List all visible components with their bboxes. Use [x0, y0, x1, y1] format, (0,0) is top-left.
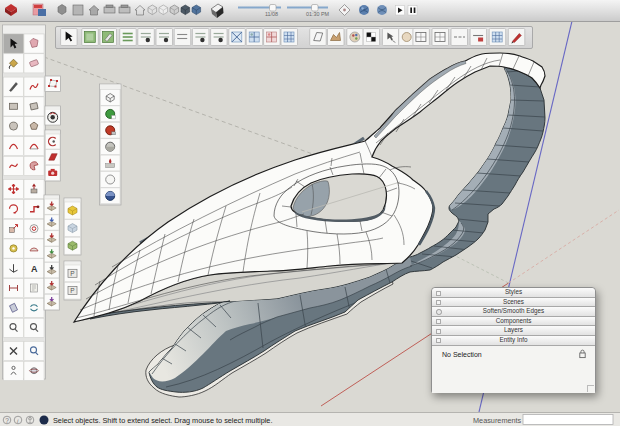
svg-text:i: i	[17, 418, 19, 424]
svg-text:P: P	[70, 287, 74, 294]
svg-text:A: A	[31, 264, 38, 274]
svg-text:P: P	[70, 270, 74, 277]
svg-text:Select objects. Shift to exten: Select objects. Shift to extend select. …	[53, 416, 272, 425]
svg-text:Measurements: Measurements	[473, 416, 522, 425]
svg-text:?: ?	[5, 417, 9, 424]
svg-text:11/08: 11/08	[265, 11, 278, 17]
svg-text:01:30 PM: 01:30 PM	[306, 11, 330, 17]
